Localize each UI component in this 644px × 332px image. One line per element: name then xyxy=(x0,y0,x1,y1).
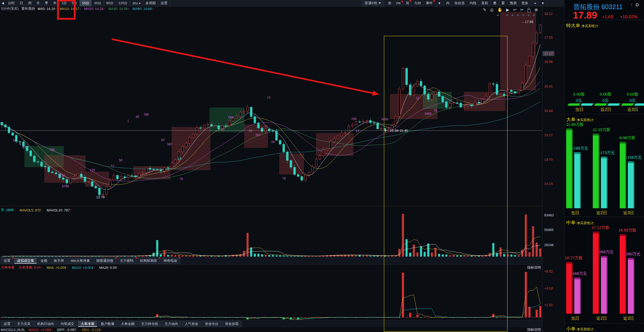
net-amount-value: 168万元 xyxy=(572,271,587,276)
toolbar-item-7[interactable]: 内 xyxy=(444,0,452,6)
period-label: 5分钟(复权) xyxy=(1,6,19,11)
indicator-help-link[interactable]: 指标说明 xyxy=(527,265,541,270)
toolbar-item-13[interactable]: 预测 xyxy=(507,0,519,6)
zoom-in-icon[interactable]: ⊕ xyxy=(534,7,538,12)
info-text: MA20: 0.00 xyxy=(99,266,117,270)
tab-vol-金额[interactable]: 金额 xyxy=(38,258,50,264)
tab-vol-主力密码[interactable]: 主力密码 xyxy=(117,258,136,264)
pager-dot[interactable]: ◆ xyxy=(517,14,519,16)
period-tab-日[interactable]: 日 xyxy=(17,0,26,6)
toolbar-item-15[interactable]: ⇥ xyxy=(531,1,539,6)
toolbar-item-11[interactable]: 叠 xyxy=(491,0,499,6)
tab-vol-陆股通持股[interactable]: 陆股通持股 xyxy=(94,258,116,264)
tab-vol-神奇电波[interactable]: 神奇电波 xyxy=(161,258,180,264)
trend-arrow-icon: ↑ xyxy=(14,208,15,212)
tab-ind-人气资金[interactable]: 人气资金 xyxy=(182,321,201,327)
period-tab-周[interactable]: 周 xyxy=(26,0,34,6)
toolbar-item-3[interactable]: 简 xyxy=(403,0,412,6)
signal-number-label: 1 xyxy=(127,119,129,123)
price-axis-label: 16.98 xyxy=(544,60,553,64)
toolbar-item-0[interactable]: 普通K线 ▼ xyxy=(362,0,384,7)
gear-icon[interactable]: ⚙ xyxy=(635,2,639,8)
ma-text: MA5: 14.19 xyxy=(38,7,55,11)
signal-number-label: 234 xyxy=(60,174,65,177)
info-item-1: MAVOL5: 872↑ xyxy=(20,208,43,212)
dde-indicator-info-row: 大单净量大单净量: 0.04↑MA5: +0.009↑MA10: +0.004↑… xyxy=(0,265,543,270)
price-change-pct: +10.02% xyxy=(620,14,638,20)
tab-ind-散户数量[interactable]: 散户数量 xyxy=(98,321,117,327)
tab-ind-主力动向[interactable]: 主力动向 xyxy=(162,321,181,327)
pager-dot[interactable]: ◆ xyxy=(522,14,524,16)
stock-trading-app-window: 15.38-15.4034567789234678912312561457893… xyxy=(0,0,644,332)
toolbar-item-9[interactable]: 均线 xyxy=(467,0,479,6)
info-text: DEA: -0.126 xyxy=(82,328,101,332)
toolbar-item-14[interactable]: 更多 xyxy=(519,0,531,6)
toolbar-item-12[interactable]: 窗 xyxy=(499,0,507,6)
tab-ind-设置[interactable]: 设置 xyxy=(1,321,13,327)
pager-dot[interactable]: ◆ xyxy=(506,14,508,16)
back-icon[interactable]: ◀ xyxy=(0,1,5,5)
period-tab-5分[interactable]: 5分 xyxy=(69,0,79,6)
tab-vol-dde大单净量[interactable]: dde大单净量 xyxy=(68,258,93,264)
info-item-0: 大单净量: 0.04↑ xyxy=(19,265,43,270)
toolbar-item-16[interactable]: ▼ xyxy=(539,1,547,6)
kline-chart-area[interactable]: 15.38-15.4034567789234678912312561457893… xyxy=(0,0,542,332)
day-label: 近2日 xyxy=(591,316,612,321)
tab-ind-资金仓位[interactable]: 资金仓位 xyxy=(202,321,221,327)
tab-ind-主力持仓线[interactable]: 主力持仓线 xyxy=(138,321,161,327)
toolbar-item-1[interactable]: 发 xyxy=(386,0,394,6)
lock-icon[interactable] xyxy=(527,9,531,12)
period-tab-分时[interactable]: 分时 xyxy=(5,0,17,6)
period-tab-15分[interactable]: 15分 xyxy=(80,0,92,6)
section-suffix: 净买卖统计: xyxy=(577,327,595,331)
pager-dot[interactable]: ◆ xyxy=(511,14,513,16)
period-tab-30s[interactable]: 30s ▾ xyxy=(130,1,143,6)
eye-icon[interactable]: ◎ xyxy=(490,7,494,12)
hand-drag-icon[interactable]: ✋ xyxy=(497,7,502,12)
indicator-help-link[interactable]: 指标说明 xyxy=(527,327,541,332)
chart-pager-dots: ◆◆◆◆◆◆◆ xyxy=(497,14,535,16)
tab-ind-均笔成交[interactable]: 均笔成交 xyxy=(58,321,77,327)
tab-vol-虚拟成交量[interactable]: 虚拟成交量 xyxy=(14,258,37,264)
pager-dot[interactable]: ◆ xyxy=(497,14,499,16)
ma-text: MA10: 14.17 xyxy=(60,7,79,11)
tab-ind-大单金额[interactable]: 大单金额 xyxy=(118,321,137,327)
period-tab-年[interactable]: 年 xyxy=(51,0,59,6)
toolbar-item-5[interactable]: 事件 xyxy=(423,0,435,6)
signal-number-label: 12 xyxy=(111,164,114,168)
play-icon[interactable]: ▶ xyxy=(506,7,509,12)
tab-ind-资金抄底[interactable]: 资金抄底 xyxy=(222,321,241,327)
toolbar-item-8[interactable]: 加自选 xyxy=(452,0,467,6)
tab-vol-设置[interactable]: 设置 xyxy=(1,258,13,264)
period-tab-设置[interactable]: 设置 xyxy=(158,0,170,6)
period-tab-1分[interactable]: 1分 xyxy=(59,0,69,6)
undo-icon[interactable]: ↩ xyxy=(513,7,517,12)
toolbar-item-2[interactable]: PK xyxy=(394,1,403,6)
amount-bar xyxy=(601,157,607,208)
period-tab-60分[interactable]: 60分 xyxy=(104,0,116,6)
toolbar-item-10[interactable]: 复权 xyxy=(479,0,491,6)
trend-arrow-icon: ↑ xyxy=(94,266,95,269)
period-tab-多周期[interactable]: 多周期 xyxy=(143,0,158,6)
toolbar-item-6[interactable]: ▼ xyxy=(435,1,444,6)
pager-dot[interactable]: ◆ xyxy=(533,14,535,16)
crosshair-price-label: 15.38-15.40 xyxy=(390,129,408,133)
period-tab-120分[interactable]: 120分 xyxy=(116,0,130,6)
period-tab-30分[interactable]: 30分 xyxy=(92,0,104,6)
cut-icon[interactable]: ✂ xyxy=(520,7,524,12)
tab-vol-换手率[interactable]: 换手率 xyxy=(51,258,67,264)
tab-ind-机构日动向[interactable]: 机构日动向 xyxy=(34,321,57,327)
signal-number-label: 6789 xyxy=(62,185,69,188)
tab-vol-机构探测器[interactable]: 机构探测器 xyxy=(137,258,160,264)
toolbar-item-4[interactable]: 九转 xyxy=(412,0,423,6)
period-tab-月[interactable]: 月 xyxy=(34,0,42,6)
period-tab-季[interactable]: 季 xyxy=(42,0,51,6)
signal-number-label: 567 xyxy=(167,143,172,146)
draw-pen-icon[interactable]: ✎ xyxy=(483,7,486,12)
info-text: 手: 1669 xyxy=(1,208,14,212)
info-item-3: DEA: -0.126↑ xyxy=(82,328,102,332)
tab-ind-主力买卖[interactable]: 主力买卖 xyxy=(14,321,33,327)
tab-ind-大单净量[interactable]: 大单净量 xyxy=(78,321,97,327)
pager-dot[interactable]: ◆ xyxy=(528,14,530,16)
section-suffix: 净买卖统计: xyxy=(577,221,595,225)
